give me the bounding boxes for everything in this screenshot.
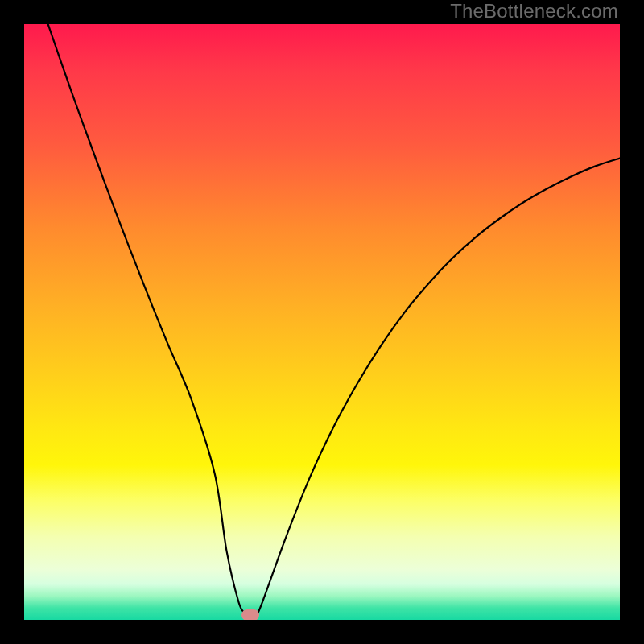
min-marker (242, 609, 259, 620)
plot-area (24, 24, 620, 620)
bottleneck-curve (24, 24, 620, 620)
watermark-text: TheBottleneck.com (450, 0, 618, 23)
chart-frame: TheBottleneck.com (0, 0, 644, 644)
